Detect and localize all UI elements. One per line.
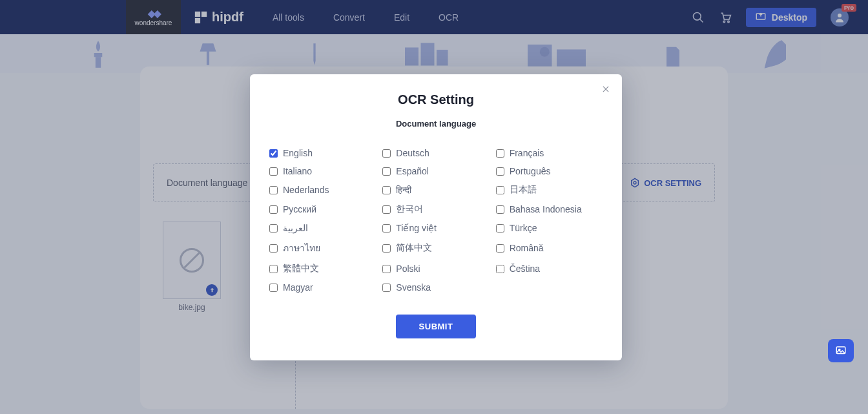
language-label: हिन्दी xyxy=(396,185,411,196)
language-label: English xyxy=(283,148,313,158)
language-label: Português xyxy=(510,166,551,176)
language-checkbox[interactable] xyxy=(382,265,391,273)
language-option[interactable]: 繁體中文 xyxy=(269,259,376,278)
language-label: Polski xyxy=(396,264,420,274)
language-label: Magyar xyxy=(283,282,313,293)
language-option[interactable]: Čeština xyxy=(496,259,603,278)
language-label: Français xyxy=(510,148,544,158)
language-option[interactable]: Română xyxy=(496,237,603,259)
language-checkbox[interactable] xyxy=(382,186,391,194)
image-icon xyxy=(834,345,847,357)
language-checkbox[interactable] xyxy=(496,224,504,233)
language-option[interactable]: Nederlands xyxy=(269,180,376,200)
language-option[interactable]: Deutsch xyxy=(382,144,489,162)
language-label: 繁體中文 xyxy=(283,263,319,274)
language-checkbox[interactable] xyxy=(269,186,278,194)
language-label: Čeština xyxy=(510,264,540,274)
language-option[interactable]: 简体中文 xyxy=(382,237,489,259)
language-option[interactable]: 日本語 xyxy=(496,180,603,200)
language-checkbox[interactable] xyxy=(269,167,278,176)
language-checkbox[interactable] xyxy=(382,284,391,292)
language-option[interactable]: العربية xyxy=(269,219,376,237)
language-checkbox[interactable] xyxy=(496,186,504,194)
language-label: Bahasa Indonesia xyxy=(510,204,582,214)
language-label: ภาษาไทย xyxy=(283,241,320,255)
language-option[interactable]: Magyar xyxy=(269,278,376,296)
language-option[interactable]: Español xyxy=(382,162,489,180)
language-option[interactable]: Italiano xyxy=(269,162,376,180)
language-label: Svenska xyxy=(396,282,431,293)
language-label: العربية xyxy=(283,223,308,233)
language-checkbox[interactable] xyxy=(382,224,391,233)
modal-subtitle: Document language xyxy=(269,119,603,129)
language-checkbox[interactable] xyxy=(269,284,278,292)
language-label: Türkçe xyxy=(510,223,537,233)
language-grid: EnglishDeutschFrançaisItalianoEspañolPor… xyxy=(269,144,603,296)
language-option[interactable]: Français xyxy=(496,144,603,162)
language-checkbox[interactable] xyxy=(269,224,278,233)
language-checkbox[interactable] xyxy=(269,265,278,273)
close-icon[interactable] xyxy=(600,83,612,95)
ocr-setting-modal: OCR Setting Document language EnglishDeu… xyxy=(250,74,622,360)
language-checkbox[interactable] xyxy=(269,205,278,214)
language-checkbox[interactable] xyxy=(269,149,278,158)
language-label: Italiano xyxy=(283,166,312,176)
language-option[interactable]: Tiếng việt xyxy=(382,219,489,237)
language-checkbox[interactable] xyxy=(496,167,504,176)
language-checkbox[interactable] xyxy=(496,265,504,273)
submit-button[interactable]: SUBMIT xyxy=(396,315,477,338)
language-option[interactable]: Português xyxy=(496,162,603,180)
language-option[interactable]: हिन्दी xyxy=(382,180,489,200)
language-option[interactable]: 한국어 xyxy=(382,200,489,219)
language-option[interactable]: ภาษาไทย xyxy=(269,237,376,259)
language-option[interactable]: Svenska xyxy=(382,278,489,296)
language-label: 한국어 xyxy=(396,203,423,215)
language-option[interactable]: Bahasa Indonesia xyxy=(496,200,603,219)
language-label: Română xyxy=(510,243,544,253)
language-option[interactable]: Polski xyxy=(382,259,489,278)
language-label: Русский xyxy=(283,204,316,214)
language-checkbox[interactable] xyxy=(382,205,391,214)
language-checkbox[interactable] xyxy=(382,244,391,253)
language-checkbox[interactable] xyxy=(269,244,278,253)
language-option[interactable]: English xyxy=(269,144,376,162)
language-label: Español xyxy=(396,166,429,176)
language-label: 简体中文 xyxy=(396,242,432,254)
language-label: 日本語 xyxy=(510,184,537,196)
language-checkbox[interactable] xyxy=(382,149,391,158)
language-label: Deutsch xyxy=(396,148,429,158)
language-checkbox[interactable] xyxy=(496,205,504,214)
language-label: Nederlands xyxy=(283,185,329,195)
language-option[interactable]: Türkçe xyxy=(496,219,603,237)
feedback-fab[interactable] xyxy=(828,339,854,362)
language-checkbox[interactable] xyxy=(496,244,504,253)
language-option[interactable]: Русский xyxy=(269,200,376,219)
modal-title: OCR Setting xyxy=(269,92,603,107)
language-label: Tiếng việt xyxy=(396,223,437,233)
language-checkbox[interactable] xyxy=(382,167,391,176)
language-checkbox[interactable] xyxy=(496,149,504,158)
